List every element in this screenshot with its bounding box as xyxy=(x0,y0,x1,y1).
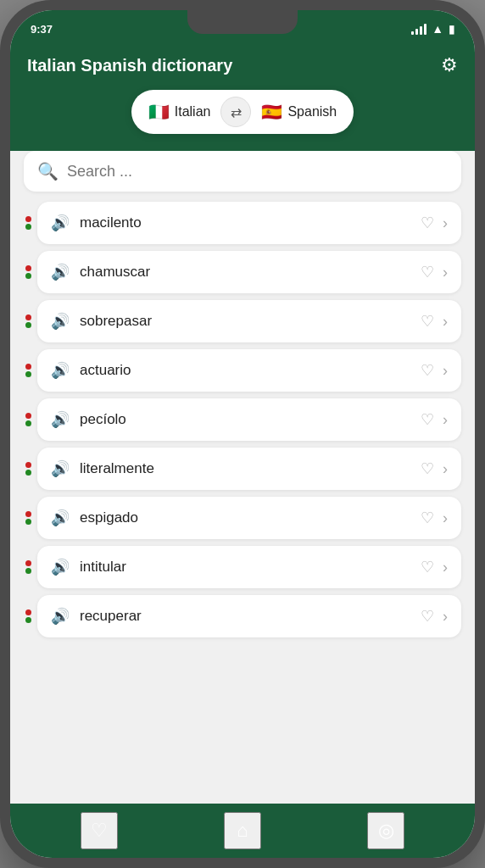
chevron-right-icon[interactable]: › xyxy=(443,608,448,626)
word-text: pecíolo xyxy=(80,411,421,428)
chevron-right-icon[interactable]: › xyxy=(443,313,448,331)
list-item: 🔊macilento♡› xyxy=(24,202,461,244)
word-actions: ♡› xyxy=(421,558,448,576)
side-indicator xyxy=(24,314,32,328)
dot-green xyxy=(25,519,31,525)
dot-green xyxy=(25,568,31,574)
side-indicator xyxy=(24,462,32,476)
word-text: sobrepasar xyxy=(80,313,421,330)
chevron-right-icon[interactable]: › xyxy=(443,411,448,429)
word-card[interactable]: 🔊actuario♡› xyxy=(37,349,461,392)
spanish-flag: 🇪🇸 xyxy=(261,102,282,122)
word-actions: ♡› xyxy=(421,607,448,626)
app-header: Italian Spanish dictionary ⚙ xyxy=(10,47,475,90)
word-card[interactable]: 🔊macilento♡› xyxy=(37,202,461,244)
favorite-icon[interactable]: ♡ xyxy=(421,312,434,331)
status-time: 9:37 xyxy=(31,23,53,36)
sound-icon[interactable]: 🔊 xyxy=(51,312,70,331)
word-card[interactable]: 🔊recuperar♡› xyxy=(37,595,461,637)
dot-green xyxy=(25,224,31,230)
dot-red xyxy=(25,314,31,320)
bottom-navigation: ♡ ⌂ ◎ xyxy=(10,804,475,858)
chevron-right-icon[interactable]: › xyxy=(443,264,448,281)
dot-green xyxy=(25,470,31,476)
search-input[interactable] xyxy=(67,163,448,181)
chevron-right-icon[interactable]: › xyxy=(443,362,448,380)
word-text: macilento xyxy=(80,214,421,231)
sound-icon[interactable]: 🔊 xyxy=(51,263,70,281)
favorites-nav-button[interactable]: ♡ xyxy=(81,812,118,849)
word-card[interactable]: 🔊literalmente♡› xyxy=(37,448,461,490)
dot-green xyxy=(25,322,31,328)
favorite-icon[interactable]: ♡ xyxy=(421,214,434,232)
chevron-right-icon[interactable]: › xyxy=(443,509,448,527)
wifi-icon: ▲ xyxy=(432,22,443,36)
chevron-right-icon[interactable]: › xyxy=(443,460,448,478)
language-bar: 🇮🇹 Italian ⇄ 🇪🇸 Spanish xyxy=(131,90,354,134)
settings-button[interactable]: ⚙ xyxy=(441,54,458,76)
list-item: 🔊chamuscar♡› xyxy=(24,251,461,293)
word-text: literalmente xyxy=(80,460,421,477)
sound-icon[interactable]: 🔊 xyxy=(51,558,70,576)
favorite-icon[interactable]: ♡ xyxy=(421,509,434,527)
chevron-right-icon[interactable]: › xyxy=(443,559,448,576)
favorite-icon[interactable]: ♡ xyxy=(421,459,434,478)
favorite-icon[interactable]: ♡ xyxy=(421,410,434,429)
word-text: intitular xyxy=(80,559,421,576)
side-indicator xyxy=(24,511,32,525)
dot-red xyxy=(25,216,31,222)
sound-icon[interactable]: 🔊 xyxy=(51,361,70,380)
italian-flag: 🇮🇹 xyxy=(148,102,170,122)
favorite-icon[interactable]: ♡ xyxy=(421,607,434,626)
from-language-label: Italian xyxy=(175,104,211,120)
home-nav-button[interactable]: ⌂ xyxy=(224,812,261,849)
word-card[interactable]: 🔊pecíolo♡› xyxy=(37,398,461,441)
phone-frame: 9:37 ▲ ▮ Italian Spanish dictionary ⚙ xyxy=(0,0,485,868)
favorite-icon[interactable]: ♡ xyxy=(421,263,434,281)
word-card[interactable]: 🔊intitular♡› xyxy=(37,546,461,588)
phone-screen: 9:37 ▲ ▮ Italian Spanish dictionary ⚙ xyxy=(10,10,475,858)
language-switcher-section: 🇮🇹 Italian ⇄ 🇪🇸 Spanish xyxy=(10,90,475,151)
main-content: 🔍 🔊macilento♡›🔊chamuscar♡›🔊sobrepasar♡›🔊… xyxy=(10,151,475,804)
to-language: 🇪🇸 Spanish xyxy=(261,102,337,122)
sound-icon[interactable]: 🔊 xyxy=(51,214,70,232)
side-indicator xyxy=(24,413,32,426)
word-card[interactable]: 🔊sobrepasar♡› xyxy=(37,300,461,342)
word-actions: ♡› xyxy=(421,509,448,527)
side-indicator xyxy=(24,216,32,230)
list-item: 🔊actuario♡› xyxy=(24,349,461,392)
dot-green xyxy=(25,617,31,623)
list-item: 🔊intitular♡› xyxy=(24,546,461,588)
search-nav-button[interactable]: ◎ xyxy=(367,812,404,849)
to-language-label: Spanish xyxy=(287,104,337,120)
word-text: actuario xyxy=(80,362,421,379)
app-title: Italian Spanish dictionary xyxy=(27,56,232,75)
swap-languages-button[interactable]: ⇄ xyxy=(220,97,251,127)
from-language: 🇮🇹 Italian xyxy=(148,102,211,122)
list-item: 🔊sobrepasar♡› xyxy=(24,300,461,342)
word-actions: ♡› xyxy=(421,214,448,232)
word-list: 🔊macilento♡›🔊chamuscar♡›🔊sobrepasar♡›🔊ac… xyxy=(24,202,461,644)
dot-red xyxy=(25,511,31,517)
word-card[interactable]: 🔊espigado♡› xyxy=(37,497,461,539)
dot-red xyxy=(25,560,31,566)
chevron-right-icon[interactable]: › xyxy=(443,214,448,232)
side-indicator xyxy=(24,364,32,377)
favorite-icon[interactable]: ♡ xyxy=(421,361,434,380)
dot-green xyxy=(25,371,31,377)
dot-green xyxy=(25,273,31,279)
favorite-icon[interactable]: ♡ xyxy=(421,558,434,576)
list-item: 🔊pecíolo♡› xyxy=(24,398,461,441)
sound-icon[interactable]: 🔊 xyxy=(51,607,70,626)
list-item: 🔊literalmente♡› xyxy=(24,448,461,490)
sound-icon[interactable]: 🔊 xyxy=(51,459,70,478)
word-actions: ♡› xyxy=(421,312,448,331)
sound-icon[interactable]: 🔊 xyxy=(51,509,70,527)
dot-red xyxy=(25,609,31,615)
signal-icon xyxy=(411,23,426,35)
list-item: 🔊recuperar♡› xyxy=(24,595,461,637)
word-text: chamuscar xyxy=(80,264,421,281)
word-card[interactable]: 🔊chamuscar♡› xyxy=(37,251,461,293)
status-icons: ▲ ▮ xyxy=(411,22,454,36)
sound-icon[interactable]: 🔊 xyxy=(51,410,70,429)
